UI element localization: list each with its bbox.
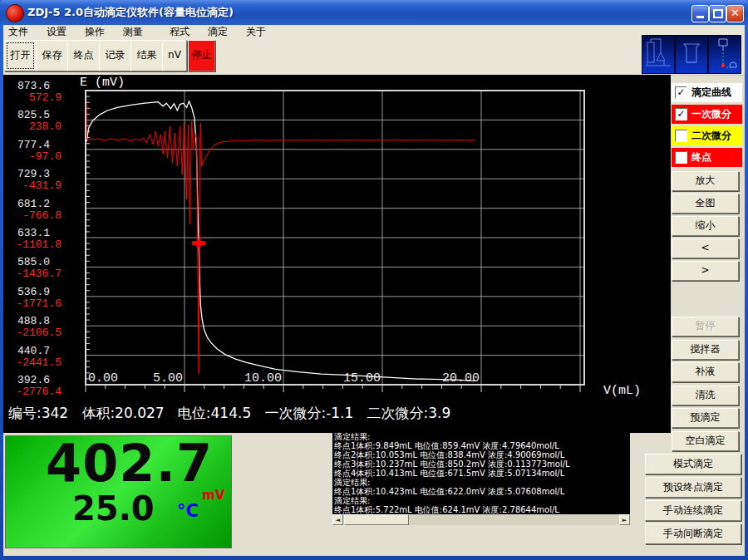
console-horizontal-scrollbar[interactable]: ◄ ► xyxy=(332,514,630,525)
pan-left-button[interactable]: < xyxy=(672,238,739,258)
close-button[interactable]: ✕ xyxy=(726,5,744,22)
result-button[interactable]: 结果 xyxy=(130,40,163,71)
application-window: ZDJ-5 2.0自动滴定仪软件(容量电位滴定) ✕ 文件 设置 操作 测量 程… xyxy=(0,0,748,560)
scroll-right-icon[interactable]: ► xyxy=(619,514,630,525)
checkbox-endpoint[interactable] xyxy=(675,151,687,164)
mv-button[interactable]: nV xyxy=(162,40,187,71)
svg-text:10.00: 10.00 xyxy=(244,371,282,386)
menu-bar: 文件 设置 操作 测量 程式 滴定 关于 xyxy=(3,25,745,38)
console-line: 滴定结果: xyxy=(334,432,630,441)
minimize-icon xyxy=(696,16,704,18)
console-line: 滴定结果: xyxy=(334,478,630,487)
svg-text:-1101.8: -1101.8 xyxy=(16,238,62,251)
svg-text:-97.0: -97.0 xyxy=(29,150,62,163)
blank-titration-button[interactable]: 空白滴定 xyxy=(672,431,739,451)
save-button[interactable]: 保存 xyxy=(36,40,68,71)
mv-display-panel: 402.7 mV 25.0 °C xyxy=(5,435,232,548)
minimize-button[interactable] xyxy=(691,5,709,22)
checkbox-first-derivative[interactable]: ✓ xyxy=(675,108,687,120)
potential-unit: mV xyxy=(202,488,224,503)
stirrer-button[interactable]: 搅拌器 xyxy=(672,340,739,360)
open-button[interactable]: 打开 xyxy=(4,40,37,71)
console-line: 终点1体积:10.423mL 电位值:622.0mV 浓度:5.07608mol… xyxy=(334,487,630,496)
svg-text:392.6: 392.6 xyxy=(17,374,50,386)
legend-first-derivative[interactable]: ✓ 一次微分 xyxy=(672,105,742,124)
menu-about[interactable]: 关于 xyxy=(241,25,271,39)
full-view-button[interactable]: 全图 xyxy=(672,194,739,214)
instrument-icon-beaker xyxy=(676,36,707,73)
svg-text:825.5: 825.5 xyxy=(17,109,50,121)
svg-text:585.0: 585.0 xyxy=(17,256,50,268)
svg-text:572.9: 572.9 xyxy=(29,91,62,104)
svg-text:-1771.6: -1771.6 xyxy=(16,297,62,310)
menu-program[interactable]: 程式 xyxy=(165,25,194,39)
refill-button[interactable]: 补液 xyxy=(672,362,739,382)
pause-button[interactable]: 暂停 xyxy=(672,317,739,336)
scroll-left-icon[interactable]: ◄ xyxy=(332,514,343,525)
manual-intermittent-titration-button[interactable]: 手动间断滴定 xyxy=(645,523,741,544)
svg-text:633.1: 633.1 xyxy=(17,227,50,239)
maximize-icon xyxy=(713,9,723,18)
clean-button[interactable]: 清洗 xyxy=(672,386,739,405)
zoom-out-button[interactable]: 缩小 xyxy=(672,216,739,236)
titration-chart: 873.6572.9825.5238.0777.4-97.0729.3-431.… xyxy=(3,75,671,400)
mode-titration-button[interactable]: 模式滴定 xyxy=(645,454,741,474)
console-line: 终点1体积:9.849mL 电位值:859.4mV 浓度:4.79640mol/… xyxy=(334,441,630,450)
menu-settings[interactable]: 设置 xyxy=(42,25,71,39)
svg-text:681.2: 681.2 xyxy=(17,198,50,210)
legend-second-derivative[interactable]: 二次微分 xyxy=(672,126,742,145)
legend-label: 滴定曲线 xyxy=(691,86,731,100)
svg-text:-431.9: -431.9 xyxy=(22,179,62,192)
console-line: 终点4体积:10.413mL 电位值:671.5mV 浓度:5.07134mol… xyxy=(334,469,630,478)
app-icon xyxy=(6,4,24,22)
menu-titration[interactable]: 滴定 xyxy=(203,25,233,39)
legend-endpoint[interactable]: 终点 xyxy=(672,148,742,167)
legend-label: 二次微分 xyxy=(691,129,731,143)
preset-endpoint-titration-button[interactable]: 预设终点滴定 xyxy=(645,477,741,498)
svg-text:E (mV): E (mV) xyxy=(80,76,125,90)
instrument-icon-apparatus xyxy=(642,36,674,73)
svg-text:15.00: 15.00 xyxy=(343,371,381,386)
toolbar: 打开 保存 终点 记录 结果 nV 停止 xyxy=(3,38,745,76)
checkbox-second-derivative[interactable] xyxy=(675,130,687,142)
manual-continuous-titration-button[interactable]: 手动连续滴定 xyxy=(645,500,741,521)
legend-label: 一次微分 xyxy=(691,107,731,121)
svg-text:-766.8: -766.8 xyxy=(22,209,62,222)
svg-text:0.00: 0.00 xyxy=(88,371,118,386)
menu-measure[interactable]: 测量 xyxy=(118,25,148,39)
temperature-value: 25.0 xyxy=(72,489,155,528)
stop-button[interactable]: 停止 xyxy=(188,40,215,71)
svg-text:729.3: 729.3 xyxy=(17,168,50,180)
svg-text:-1436.7: -1436.7 xyxy=(16,268,62,280)
results-console: 滴定结果: 终点1体积:9.849mL 电位值:859.4mV 浓度:4.796… xyxy=(332,431,630,514)
temperature-unit: °C xyxy=(177,501,199,521)
svg-text:-2441.5: -2441.5 xyxy=(16,356,62,369)
title-bar[interactable]: ZDJ-5 2.0自动滴定仪软件(容量电位滴定) ✕ xyxy=(0,0,748,25)
record-button[interactable]: 记录 xyxy=(99,40,131,71)
checkbox-titration-curve[interactable]: ✓ xyxy=(675,86,687,99)
pan-right-button[interactable]: > xyxy=(672,261,739,281)
window-title: ZDJ-5 2.0自动滴定仪软件(容量电位滴定) xyxy=(27,5,234,20)
instrument-icon-burette xyxy=(709,36,741,73)
svg-text:20.00: 20.00 xyxy=(442,371,480,386)
maximize-button[interactable] xyxy=(709,5,726,22)
svg-text:873.6: 873.6 xyxy=(17,80,50,92)
titration-chart-panel: 873.6572.9825.5238.0777.4-97.0729.3-431.… xyxy=(3,75,671,433)
svg-text:V(mL): V(mL) xyxy=(603,384,641,398)
svg-text:238.0: 238.0 xyxy=(29,120,62,133)
scrollbar-thumb[interactable] xyxy=(344,514,409,525)
legend-label: 终点 xyxy=(691,150,711,165)
svg-text:488.8: 488.8 xyxy=(17,315,50,327)
svg-text:440.7: 440.7 xyxy=(17,345,50,357)
console-line: 终点3体积:10.237mL 电位值:850.2mV 浓度:0.113773mo… xyxy=(334,459,630,469)
menu-operate[interactable]: 操作 xyxy=(80,25,110,39)
svg-text:-2776.4: -2776.4 xyxy=(16,386,62,398)
zoom-in-button[interactable]: 放大 xyxy=(672,171,739,191)
menu-file[interactable]: 文件 xyxy=(3,25,33,39)
svg-text:777.4: 777.4 xyxy=(17,139,50,151)
legend-titration-curve[interactable]: ✓ 滴定曲线 xyxy=(672,83,742,102)
svg-text:-2106.5: -2106.5 xyxy=(16,327,62,339)
endpoint-button[interactable]: 终点 xyxy=(67,40,100,71)
pre-titration-button[interactable]: 预滴定 xyxy=(672,408,739,428)
status-readout: 编号:342 体积:20.027 电位:414.5 一次微分:-1.1 二次微分… xyxy=(8,404,450,423)
